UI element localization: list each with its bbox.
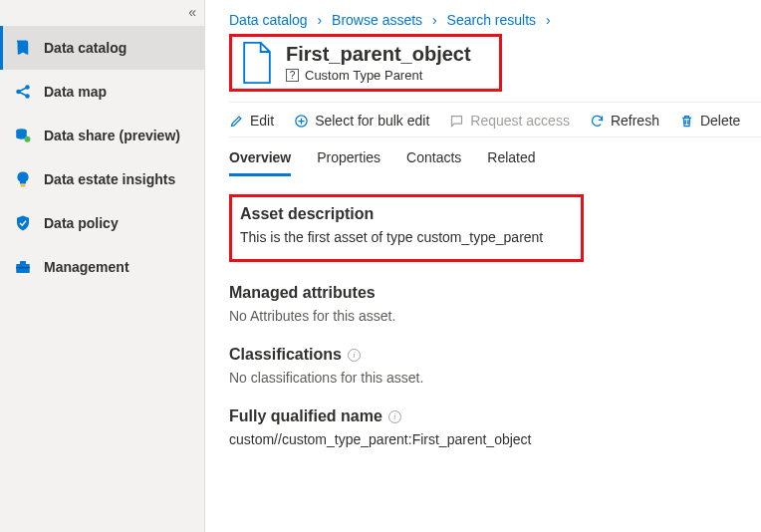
- svg-point-5: [25, 136, 31, 142]
- tab-related[interactable]: Related: [487, 149, 535, 176]
- section-heading: Fully qualified name i: [229, 407, 761, 425]
- refresh-button[interactable]: Refresh: [590, 113, 659, 129]
- asset-description-section: Asset description This is the first asse…: [229, 194, 584, 262]
- fqn-text: custom//custom_type_parent:First_parent_…: [229, 431, 761, 447]
- asset-type-label: Custom Type Parent: [305, 68, 422, 83]
- asset-description-text: This is the first asset of type custom_t…: [240, 229, 569, 245]
- share-nodes-icon: [14, 83, 32, 101]
- request-access-button: Request access: [449, 113, 570, 129]
- toolbar: Edit Select for bulk edit Request access…: [229, 102, 761, 137]
- asset-type: ? Custom Type Parent: [286, 68, 471, 83]
- plus-circle-icon: [294, 114, 309, 129]
- delete-button[interactable]: Delete: [679, 113, 740, 129]
- chevron-right-icon: ›: [540, 12, 557, 28]
- file-icon: [238, 41, 276, 85]
- sidebar-item-label: Data estate insights: [44, 171, 175, 187]
- sidebar-item-management[interactable]: Management: [0, 245, 204, 289]
- svg-rect-0: [18, 41, 27, 50]
- tabs: Overview Properties Contacts Related: [229, 137, 761, 176]
- main-content: Data catalog › Browse assets › Search re…: [204, 0, 761, 532]
- info-icon[interactable]: i: [388, 410, 401, 423]
- lightbulb-icon: [14, 170, 32, 188]
- button-label: Refresh: [611, 113, 659, 129]
- chevron-right-icon: ›: [312, 12, 329, 28]
- trash-icon: [679, 114, 694, 129]
- edit-button[interactable]: Edit: [229, 113, 274, 129]
- tab-overview[interactable]: Overview: [229, 149, 291, 176]
- svg-rect-6: [21, 184, 26, 186]
- managed-attributes-text: No Attributes for this asset.: [229, 308, 761, 324]
- database-share-icon: [14, 127, 32, 144]
- refresh-icon: [590, 114, 605, 129]
- section-heading: Classifications i: [229, 346, 761, 364]
- asset-header: First_parent_object ? Custom Type Parent: [229, 34, 502, 92]
- sidebar-item-data-share[interactable]: Data share (preview): [0, 114, 204, 157]
- chevron-right-icon: ›: [426, 12, 443, 28]
- section-heading-text: Fully qualified name: [229, 407, 382, 425]
- breadcrumb-link[interactable]: Search results: [447, 12, 536, 28]
- classifications-text: No classifications for this asset.: [229, 370, 761, 386]
- breadcrumb-link[interactable]: Browse assets: [332, 12, 422, 28]
- sidebar-item-label: Data map: [44, 84, 107, 100]
- sidebar-item-data-catalog[interactable]: Data catalog: [0, 26, 204, 70]
- button-label: Select for bulk edit: [315, 113, 429, 129]
- sidebar: « Data catalog Data map Data share (prev…: [0, 0, 204, 532]
- tab-contacts[interactable]: Contacts: [406, 149, 461, 176]
- collapse-sidebar-button[interactable]: «: [188, 4, 196, 20]
- chat-icon: [449, 114, 464, 129]
- section-heading: Asset description: [240, 205, 569, 223]
- sidebar-item-data-map[interactable]: Data map: [0, 70, 204, 114]
- button-label: Request access: [470, 113, 570, 129]
- sidebar-item-label: Data policy: [44, 215, 119, 231]
- info-icon[interactable]: i: [348, 349, 361, 362]
- select-bulk-edit-button[interactable]: Select for bulk edit: [294, 113, 429, 129]
- svg-rect-8: [20, 261, 26, 265]
- sidebar-item-label: Management: [44, 259, 129, 275]
- book-icon: [14, 39, 32, 57]
- shield-check-icon: [14, 214, 32, 232]
- section-heading: Managed attributes: [229, 284, 761, 302]
- type-icon: ?: [286, 69, 299, 82]
- section-heading-text: Classifications: [229, 346, 342, 364]
- managed-attributes-section: Managed attributes No Attributes for thi…: [229, 284, 761, 324]
- svg-rect-9: [16, 267, 30, 269]
- button-label: Delete: [700, 113, 740, 129]
- sidebar-item-label: Data share (preview): [44, 128, 180, 143]
- sidebar-item-data-policy[interactable]: Data policy: [0, 201, 204, 245]
- button-label: Edit: [250, 113, 274, 129]
- sidebar-item-data-estate-insights[interactable]: Data estate insights: [0, 157, 204, 201]
- sidebar-item-label: Data catalog: [44, 40, 127, 56]
- classifications-section: Classifications i No classifications for…: [229, 346, 761, 386]
- toolbox-icon: [14, 258, 32, 276]
- pencil-icon: [229, 114, 244, 129]
- asset-title: First_parent_object: [286, 43, 471, 66]
- breadcrumb-link[interactable]: Data catalog: [229, 12, 308, 28]
- fully-qualified-name-section: Fully qualified name i custom//custom_ty…: [229, 407, 761, 447]
- tab-properties[interactable]: Properties: [317, 149, 380, 176]
- breadcrumb: Data catalog › Browse assets › Search re…: [229, 0, 761, 34]
